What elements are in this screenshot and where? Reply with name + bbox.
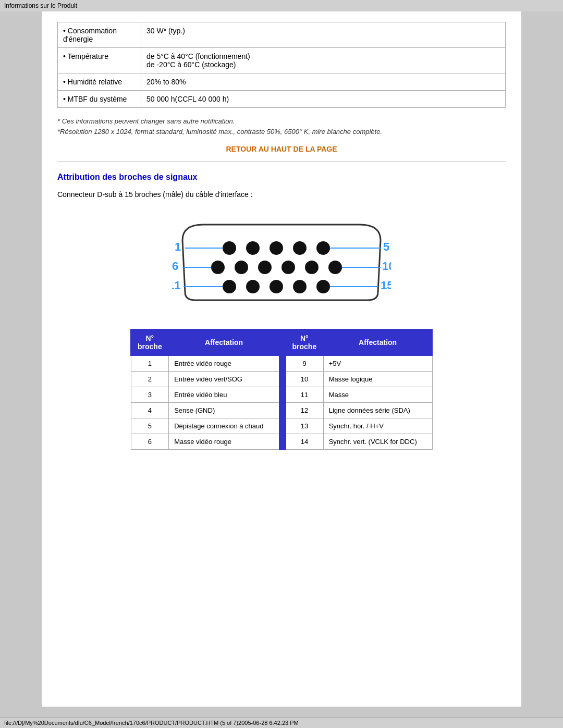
svg-point-3 <box>293 241 307 255</box>
svg-point-5 <box>211 261 225 274</box>
pin-aff-right: Masse <box>323 387 432 403</box>
separator-col <box>279 403 286 418</box>
pin-row: 2Entrée vidéo vert/SOG10Masse logique <box>131 372 432 387</box>
bottom-bar: file:///D|/My%20Documents/dfu/C6_Model/f… <box>0 717 563 728</box>
pin-num-left: 3 <box>131 387 169 403</box>
pin-aff-left: Masse vidéo rouge <box>169 434 279 450</box>
top-bar: Informations sur le Produit <box>0 0 563 11</box>
spec-row: • Humidité relative20% to 80% <box>58 73 506 91</box>
separator-col <box>279 372 286 387</box>
retour-link[interactable]: RETOUR AU HAUT DE LA PAGE <box>226 145 337 153</box>
svg-point-11 <box>223 280 236 293</box>
spec-value: de 5°C à 40°C (fonctionnement)de -20°C à… <box>141 48 506 73</box>
svg-point-7 <box>258 261 272 274</box>
pin-table-wrapper: N° broche Affectation N° broche Affectat… <box>57 329 506 450</box>
svg-point-14 <box>293 280 307 293</box>
pin-row: 1Entrée vidéo rouge9+5V <box>131 355 432 372</box>
svg-text:10: 10 <box>382 260 391 273</box>
spec-label: • Consommation d'énergie <box>58 22 141 48</box>
pin-aff-left: Entrée vidéo rouge <box>169 355 279 372</box>
pin-num-right: 14 <box>286 434 324 450</box>
pin-num-right: 12 <box>286 403 324 418</box>
connector-svg: 1 5 6 10 11 15 <box>172 209 391 313</box>
separator-col <box>279 387 286 403</box>
pin-aff-left: Dépistage connexion à chaud <box>169 418 279 434</box>
pin-num-left: 2 <box>131 372 169 387</box>
svg-point-13 <box>270 280 283 293</box>
pin-num-right: 9 <box>286 355 324 372</box>
spec-label: • Température <box>58 48 141 73</box>
svg-point-8 <box>282 261 295 274</box>
svg-point-15 <box>316 280 330 293</box>
section-title: Attribution des broches de signaux <box>57 172 506 182</box>
pin-num-right: 11 <box>286 387 324 403</box>
connector-diagram: 1 5 6 10 11 15 <box>57 209 506 313</box>
svg-point-6 <box>235 261 248 274</box>
pin-aff-right: Synchr. vert. (VCLK for DDC) <box>323 434 432 450</box>
pin-row: 3Entrée vidéo bleu11Masse <box>131 387 432 403</box>
pin-num-left: 1 <box>131 355 169 372</box>
svg-point-4 <box>316 241 330 255</box>
separator-col <box>279 434 286 450</box>
spec-row: • Températurede 5°C à 40°C (fonctionneme… <box>58 48 506 73</box>
spec-value: 20% to 80% <box>141 73 506 91</box>
svg-point-2 <box>270 241 283 255</box>
top-bar-label: Informations sur le Produit <box>4 2 77 9</box>
retour-link-container: RETOUR AU HAUT DE LA PAGE <box>57 145 506 153</box>
pin-aff-left: Entrée vidéo vert/SOG <box>169 372 279 387</box>
specs-table: • Consommation d'énergie30 W* (typ.)• Te… <box>57 22 506 108</box>
main-content: • Consommation d'énergie30 W* (typ.)• Te… <box>0 11 563 717</box>
pin-num-left: 5 <box>131 418 169 434</box>
pin-row: 6Masse vidéo rouge14Synchr. vert. (VCLK … <box>131 434 432 450</box>
pin-aff-right: Synchr. hor. / H+V <box>323 418 432 434</box>
spec-label: • MTBF du système <box>58 91 141 108</box>
separator-col <box>279 355 286 372</box>
spec-value: 50 000 h(CCFL 40 000 h) <box>141 91 506 108</box>
svg-point-1 <box>246 241 260 255</box>
pin-num-right: 13 <box>286 418 324 434</box>
pin-row: 4Sense (GND)12Ligne données série (SDA) <box>131 403 432 418</box>
col2-header1: N° broche <box>286 329 324 355</box>
pin-num-right: 10 <box>286 372 324 387</box>
pin-num-left: 6 <box>131 434 169 450</box>
pin-assignment-table: N° broche Affectation N° broche Affectat… <box>130 329 433 450</box>
svg-point-0 <box>223 241 236 255</box>
pin-aff-right: Masse logique <box>323 372 432 387</box>
svg-text:1: 1 <box>175 240 181 253</box>
pin-num-left: 4 <box>131 403 169 418</box>
pin-aff-right: Ligne données série (SDA) <box>323 403 432 418</box>
divider <box>57 162 506 162</box>
svg-point-9 <box>305 261 319 274</box>
pin-row: 5Dépistage connexion à chaud13Synchr. ho… <box>131 418 432 434</box>
spec-row: • Consommation d'énergie30 W* (typ.) <box>58 22 506 48</box>
col2-header2: Affectation <box>323 329 432 355</box>
pin-aff-right: +5V <box>323 355 432 372</box>
col1-header2: Affectation <box>169 329 279 355</box>
bottom-bar-text: file:///D|/My%20Documents/dfu/C6_Model/f… <box>4 720 299 726</box>
dsub-svg: 1 5 6 10 11 15 <box>172 209 391 313</box>
connector-desc: Connecteur D-sub à 15 broches (mâle) du … <box>57 190 506 199</box>
spec-row: • MTBF du système50 000 h(CCFL 40 000 h) <box>58 91 506 108</box>
footnote1: * Ces informations peuvent changer sans … <box>57 117 235 125</box>
svg-text:15: 15 <box>381 279 391 292</box>
separator-col-header <box>279 329 286 355</box>
footnote: * Ces informations peuvent changer sans … <box>57 116 506 137</box>
svg-text:6: 6 <box>172 260 178 273</box>
svg-text:11: 11 <box>172 279 180 292</box>
footnote2: *Résolution 1280 x 1024, format standard… <box>57 128 382 135</box>
content-area: • Consommation d'énergie30 W* (typ.)• Te… <box>42 11 521 707</box>
pin-aff-left: Entrée vidéo bleu <box>169 387 279 403</box>
pin-aff-left: Sense (GND) <box>169 403 279 418</box>
svg-text:5: 5 <box>383 240 389 253</box>
spec-label: • Humidité relative <box>58 73 141 91</box>
spec-value: 30 W* (typ.) <box>141 22 506 48</box>
col1-header1: N° broche <box>131 329 169 355</box>
separator-col <box>279 418 286 434</box>
svg-point-12 <box>246 280 260 293</box>
svg-point-10 <box>328 261 342 274</box>
